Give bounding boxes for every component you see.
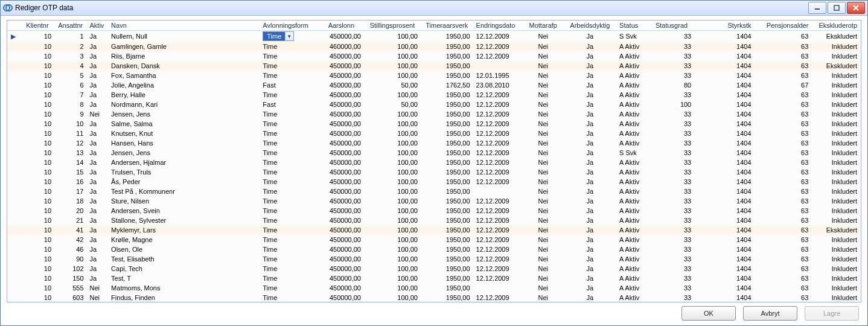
col-stillingsprosent[interactable]: Stillingsprosent — [365, 21, 421, 31]
cell[interactable]: 33 — [649, 254, 695, 264]
col-endringsdato[interactable]: Endringsdato — [474, 21, 523, 31]
cell[interactable]: Ja — [88, 235, 109, 245]
cell[interactable]: Nei — [523, 225, 564, 235]
cell[interactable]: 63 — [755, 293, 812, 302]
cell[interactable]: 100,00 — [365, 254, 421, 264]
cell[interactable]: Nei — [523, 293, 564, 302]
cell[interactable]: 10 — [21, 100, 55, 109]
cell[interactable] — [7, 177, 21, 187]
cell[interactable] — [474, 187, 523, 196]
cell[interactable]: 450000,00 — [319, 119, 365, 129]
cell[interactable]: Ja — [88, 187, 109, 196]
col-status[interactable]: Status — [617, 21, 649, 31]
cell[interactable]: 33 — [649, 177, 695, 187]
cell[interactable]: Ja — [564, 283, 617, 293]
cell[interactable]: 450000,00 — [319, 138, 365, 148]
cell[interactable]: 1950,00 — [421, 42, 474, 51]
cell[interactable]: 63 — [755, 61, 812, 71]
chevron-down-icon[interactable]: ▾ — [285, 32, 293, 40]
cell[interactable]: A Aktiv — [617, 245, 649, 254]
cell[interactable]: 100,00 — [365, 71, 421, 80]
col-ekskluderotp[interactable]: Ekskluderotp — [812, 21, 861, 31]
cell[interactable]: 10 — [55, 119, 87, 129]
cell[interactable] — [7, 167, 21, 177]
cell[interactable]: Nullern, Null — [109, 31, 260, 42]
cell[interactable]: 10 — [21, 216, 55, 225]
cell[interactable]: Inkludert — [812, 254, 861, 264]
cell[interactable]: 12.12.2009 — [474, 148, 523, 158]
data-grid[interactable]: Klientnr Ansattnr Aktiv Navn Avlonningsf… — [7, 21, 861, 302]
table-row[interactable]: 1014JaAndersen, HjalmarTime450000,00100,… — [7, 158, 861, 167]
cell[interactable]: A Aktiv — [617, 167, 649, 177]
col-klientnr[interactable]: Klientnr — [21, 21, 55, 31]
cell[interactable] — [7, 148, 21, 158]
cell[interactable]: Ja — [88, 42, 109, 51]
cell[interactable]: 100,00 — [365, 283, 421, 293]
cancel-button[interactable]: Avbryt — [743, 306, 797, 321]
cell[interactable]: 1404 — [695, 177, 755, 187]
cell[interactable]: 1 — [55, 31, 87, 42]
cell[interactable]: Nei — [523, 196, 564, 206]
cell[interactable]: Nei — [523, 245, 564, 254]
cell[interactable]: 10 — [21, 187, 55, 196]
cell[interactable]: 17 — [55, 187, 87, 196]
cell[interactable]: 603 — [55, 293, 87, 302]
cell[interactable]: Jolie, Angelina — [109, 80, 260, 90]
cell[interactable]: Ja — [88, 100, 109, 109]
cell[interactable]: Ja — [564, 42, 617, 51]
cell[interactable]: 100,00 — [365, 31, 421, 42]
cell[interactable]: Ja — [564, 254, 617, 264]
cell[interactable]: 555 — [55, 283, 87, 293]
cell[interactable]: 1950,00 — [421, 177, 474, 187]
cell[interactable]: 63 — [755, 273, 812, 283]
cell[interactable]: Inkludert — [812, 235, 861, 245]
cell[interactable] — [7, 216, 21, 225]
cell[interactable]: 1950,00 — [421, 216, 474, 225]
cell[interactable]: 100,00 — [365, 129, 421, 138]
cell[interactable]: Andersen, Svein — [109, 206, 260, 216]
cell[interactable]: 10 — [21, 129, 55, 138]
cell[interactable]: Ja — [564, 61, 617, 71]
cell[interactable]: Inkludert — [812, 90, 861, 100]
cell[interactable]: 10 — [21, 293, 55, 302]
cell[interactable]: 1950,00 — [421, 293, 474, 302]
cell[interactable]: 450000,00 — [319, 216, 365, 225]
cell[interactable]: A Aktiv — [617, 129, 649, 138]
cell[interactable]: 16 — [55, 177, 87, 187]
cell[interactable]: Inkludert — [812, 167, 861, 177]
cell[interactable]: 100,00 — [365, 138, 421, 148]
cell[interactable]: Nei — [523, 264, 564, 273]
cell[interactable]: Time — [260, 119, 319, 129]
cell[interactable]: 12.12.2009 — [474, 42, 523, 51]
cell[interactable]: 50,00 — [365, 100, 421, 109]
cell[interactable]: 63 — [755, 138, 812, 148]
cell[interactable]: 1762,50 — [421, 80, 474, 90]
cell[interactable]: 450000,00 — [319, 100, 365, 109]
table-row[interactable]: 106JaJolie, AngelinaFast450000,0050,0017… — [7, 80, 861, 90]
cell[interactable]: Jensen, Jens — [109, 148, 260, 158]
cell[interactable]: Dansken, Dansk — [109, 61, 260, 71]
cell[interactable]: 450000,00 — [319, 80, 365, 90]
cell[interactable]: Nei — [523, 71, 564, 80]
cell[interactable]: Inkludert — [812, 283, 861, 293]
cell[interactable]: 9 — [55, 109, 87, 119]
cell[interactable]: 1950,00 — [421, 158, 474, 167]
cell[interactable]: 12.12.2009 — [474, 100, 523, 109]
cell[interactable] — [7, 196, 21, 206]
cell[interactable]: Ja — [564, 51, 617, 61]
cell[interactable]: 63 — [755, 206, 812, 216]
cell[interactable]: A Aktiv — [617, 293, 649, 302]
cell[interactable]: 1950,00 — [421, 109, 474, 119]
cell[interactable] — [7, 129, 21, 138]
cell[interactable]: 450000,00 — [319, 225, 365, 235]
cell[interactable]: A Aktiv — [617, 42, 649, 51]
cell[interactable]: 63 — [755, 119, 812, 129]
cell[interactable]: 12.12.2009 — [474, 225, 523, 235]
cell[interactable]: Time — [260, 264, 319, 273]
cell[interactable]: 8 — [55, 100, 87, 109]
cell[interactable]: Ja — [88, 206, 109, 216]
cell[interactable]: 12.12.2009 — [474, 129, 523, 138]
cell[interactable]: Nei — [523, 254, 564, 264]
cell[interactable]: 33 — [649, 293, 695, 302]
cell[interactable]: A Aktiv — [617, 225, 649, 235]
